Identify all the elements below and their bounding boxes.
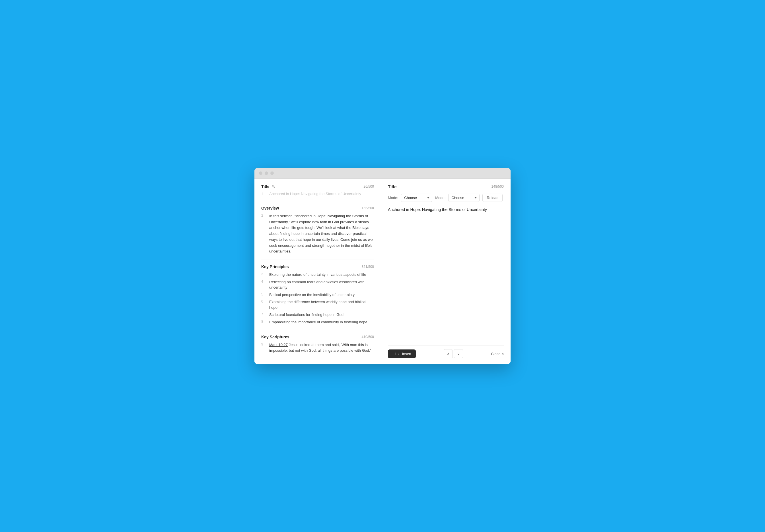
nav-up-button[interactable]: ∧ (444, 349, 453, 358)
list-item: 5 Biblical perspective on the inevitabil… (261, 292, 374, 298)
right-header: Title 148/500 (388, 184, 504, 189)
mode-label-1: Mode: (388, 196, 398, 200)
scripture-text: Mark 10:27 Jesus looked at them and said… (269, 342, 374, 353)
left-panel: Title ✎ 26/500 1 Anchored in Hope: Navig… (255, 178, 381, 364)
mode-select-2[interactable]: Choose (448, 194, 479, 202)
overview-section-count: 155/500 (362, 206, 374, 210)
close-icon: × (501, 352, 504, 356)
overview-line-number: 2 (261, 213, 266, 255)
title-item-text: Anchored in Hope: Navigating the Storms … (269, 192, 361, 196)
reload-button[interactable]: Reload (482, 194, 502, 202)
list-item: 7 Scriptural foundations for finding hop… (261, 312, 374, 318)
item-text: Biblical perspective on the inevitabilit… (269, 292, 355, 298)
nav-buttons: ∧ ∨ (444, 349, 463, 358)
overview-item-text: In this sermon, "Anchored in Hope: Navig… (269, 213, 374, 255)
key-principles-section: Key Principles 321/500 3 Exploring the n… (261, 264, 374, 325)
list-item: 6 Examining the difference between world… (261, 299, 374, 310)
right-content-text: Anchored in Hope: Navigating the Storms … (388, 207, 487, 212)
key-scriptures-list: 9 Mark 10:27 Jesus looked at them and sa… (261, 342, 374, 353)
app-window: Title ✎ 26/500 1 Anchored in Hope: Navig… (255, 168, 510, 364)
window-dot-yellow (265, 171, 268, 175)
window-dot-red (259, 171, 263, 175)
nav-down-button[interactable]: ∨ (454, 349, 463, 358)
item-text: Examining the difference between worldly… (269, 299, 374, 310)
list-item: 3 Exploring the nature of uncertainty in… (261, 272, 374, 278)
list-item: 9 Mark 10:27 Jesus looked at them and sa… (261, 342, 374, 353)
right-panel: Title 148/500 Mode: Choose Mode: Choose … (381, 178, 510, 364)
line-number: 4 (261, 279, 266, 290)
item-text: Emphasizing the importance of community … (269, 319, 368, 325)
titlebar (255, 168, 510, 178)
line-number: 7 (261, 312, 266, 318)
insert-icon: ⊣ (392, 352, 395, 356)
item-text: Reflecting on common fears and anxieties… (269, 279, 374, 290)
close-button[interactable]: Close × (491, 352, 504, 356)
overview-section-label: Overview (261, 206, 279, 210)
chevron-down-icon: ∨ (457, 352, 460, 356)
insert-label: ← Insert (397, 352, 411, 356)
title-section: Title ✎ 26/500 1 Anchored in Hope: Navig… (261, 184, 374, 196)
item-text: Scriptural foundations for finding hope … (269, 312, 344, 318)
right-title: Title (388, 184, 397, 189)
title-line-number: 1 (261, 192, 266, 196)
window-dot-green (270, 171, 274, 175)
mode-row: Mode: Choose Mode: Choose Reload (388, 194, 504, 202)
divider-3 (261, 330, 374, 330)
edit-icon[interactable]: ✎ (272, 184, 275, 189)
key-principles-label: Key Principles (261, 264, 289, 269)
key-scriptures-count: 410/500 (362, 335, 374, 339)
key-principles-count: 321/500 (362, 265, 374, 269)
list-item: 4 Reflecting on common fears and anxieti… (261, 279, 374, 290)
overview-section: Overview 155/500 2 In this sermon, "Anch… (261, 206, 374, 255)
overview-section-header: Overview 155/500 (261, 206, 374, 210)
right-content: Anchored in Hope: Navigating the Storms … (388, 206, 504, 346)
line-number: 8 (261, 319, 266, 325)
title-section-header: Title ✎ 26/500 (261, 184, 374, 189)
mode-label-2: Mode: (435, 196, 445, 200)
line-number: 3 (261, 272, 266, 278)
title-list-item: 1 Anchored in Hope: Navigating the Storm… (261, 192, 374, 196)
right-footer: ⊣ ← Insert ∧ ∨ Close × (388, 346, 504, 358)
insert-button[interactable]: ⊣ ← Insert (388, 350, 416, 358)
scripture-ref: Mark 10:27 (269, 343, 288, 347)
overview-list-item: 2 In this sermon, "Anchored in Hope: Nav… (261, 213, 374, 255)
title-section-title-row: Title ✎ (261, 184, 275, 189)
key-scriptures-section: Key Scriptures 410/500 9 Mark 10:27 Jesu… (261, 335, 374, 353)
key-principles-list: 3 Exploring the nature of uncertainty in… (261, 272, 374, 325)
line-number: 6 (261, 299, 266, 310)
line-number: 5 (261, 292, 266, 298)
divider-2 (261, 260, 374, 260)
key-scriptures-header: Key Scriptures 410/500 (261, 335, 374, 339)
title-section-count: 26/500 (364, 184, 374, 188)
title-section-label: Title (261, 184, 270, 189)
close-label: Close (491, 352, 500, 356)
list-item: 8 Emphasizing the importance of communit… (261, 319, 374, 325)
divider-1 (261, 201, 374, 201)
content-area: Title ✎ 26/500 1 Anchored in Hope: Navig… (255, 178, 510, 364)
chevron-up-icon: ∧ (447, 352, 450, 356)
key-scriptures-label: Key Scriptures (261, 335, 290, 339)
item-text: Exploring the nature of uncertainty in v… (269, 272, 366, 278)
mode-select-1[interactable]: Choose (401, 194, 432, 202)
right-count: 148/500 (491, 184, 504, 188)
line-number: 9 (261, 342, 266, 353)
key-principles-header: Key Principles 321/500 (261, 264, 374, 269)
